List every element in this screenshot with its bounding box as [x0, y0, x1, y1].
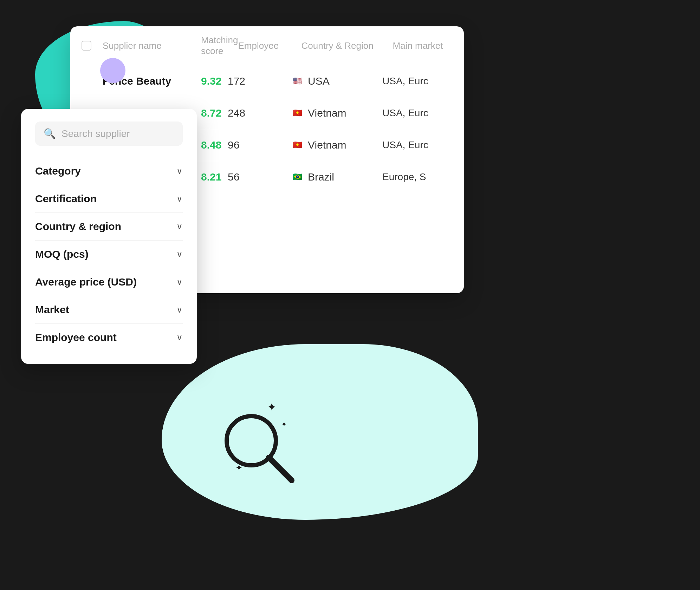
table-row: Fence Beauty 9.32 172 🇺🇸 USA USA, Eurc — [70, 65, 464, 97]
country-cell: 🇺🇸 USA — [291, 75, 382, 87]
svg-text:✦: ✦ — [281, 420, 287, 428]
employee-count: 56 — [228, 171, 291, 183]
search-icon: 🔍 — [44, 128, 56, 139]
country-cell: 🇧🇷 Brazil — [291, 171, 382, 183]
col-country-region: Country & Region — [302, 40, 393, 51]
matching-score: 8.72 — [201, 107, 228, 119]
search-bar[interactable]: 🔍 Search supplier — [35, 122, 183, 146]
flag-icon: 🇺🇸 — [291, 77, 304, 86]
chevron-down-icon: ∨ — [176, 222, 183, 231]
chevron-down-icon: ∨ — [176, 166, 183, 176]
checkbox-header[interactable] — [82, 41, 103, 51]
main-market: Europe, S — [382, 171, 453, 183]
table-header: Supplier name Matching score Employee Co… — [70, 26, 464, 65]
employee-count: 172 — [228, 75, 291, 87]
search-placeholder: Search supplier — [61, 128, 130, 139]
employee-count: 248 — [228, 107, 291, 119]
filter-label: Certification — [35, 193, 97, 205]
col-main-market: Main market — [393, 40, 463, 51]
col-supplier-name: Supplier name — [103, 40, 201, 51]
svg-text:✦: ✦ — [267, 401, 277, 413]
flag-icon: 🇧🇷 — [291, 172, 304, 182]
chevron-down-icon: ∨ — [176, 333, 183, 342]
country-cell: 🇻🇳 Vietnam — [291, 107, 382, 119]
main-market: USA, Eurc — [382, 76, 453, 87]
chevron-down-icon: ∨ — [176, 249, 183, 259]
flag-icon: 🇻🇳 — [291, 140, 304, 150]
magnifier-illustration: ✦ ✦ ✦ — [211, 393, 309, 492]
main-market: USA, Eurc — [382, 139, 453, 151]
filter-panel: 🔍 Search supplier Category ∨ Certificati… — [21, 109, 197, 364]
filter-label: Country & region — [35, 221, 121, 232]
chevron-down-icon: ∨ — [176, 277, 183, 287]
matching-score: 8.48 — [201, 139, 228, 151]
chevron-down-icon: ∨ — [176, 305, 183, 315]
country-name: Brazil — [308, 171, 334, 183]
country-name: Vietnam — [308, 107, 346, 119]
country-cell: 🇻🇳 Vietnam — [291, 139, 382, 151]
avatar — [100, 58, 125, 83]
flag-icon: 🇻🇳 — [291, 109, 304, 118]
filter-label: Market — [35, 304, 69, 316]
mint-blob-decoration — [162, 344, 478, 520]
filter-label: Category — [35, 165, 81, 177]
country-name: USA — [308, 75, 330, 87]
filter-item-certification[interactable]: Certification ∨ — [35, 185, 183, 212]
col-matching-score: Matching score — [201, 35, 238, 57]
filter-item-avg-price[interactable]: Average price (USD) ∨ — [35, 268, 183, 296]
chevron-down-icon: ∨ — [176, 194, 183, 204]
main-market: USA, Eurc — [382, 107, 453, 119]
filter-item-country-region[interactable]: Country & region ∨ — [35, 212, 183, 240]
col-employee: Employee — [238, 40, 302, 51]
filter-item-employee-count[interactable]: Employee count ∨ — [35, 323, 183, 351]
filter-label: MOQ (pcs) — [35, 248, 89, 260]
filter-label: Employee count — [35, 332, 117, 343]
filter-item-moq[interactable]: MOQ (pcs) ∨ — [35, 240, 183, 268]
filter-label: Average price (USD) — [35, 276, 137, 288]
matching-score: 9.32 — [201, 75, 228, 87]
filter-item-category[interactable]: Category ∨ — [35, 157, 183, 185]
filter-item-market[interactable]: Market ∨ — [35, 296, 183, 323]
country-name: Vietnam — [308, 139, 346, 151]
svg-line-4 — [269, 458, 292, 480]
employee-count: 96 — [228, 139, 291, 151]
matching-score: 8.21 — [201, 171, 228, 183]
